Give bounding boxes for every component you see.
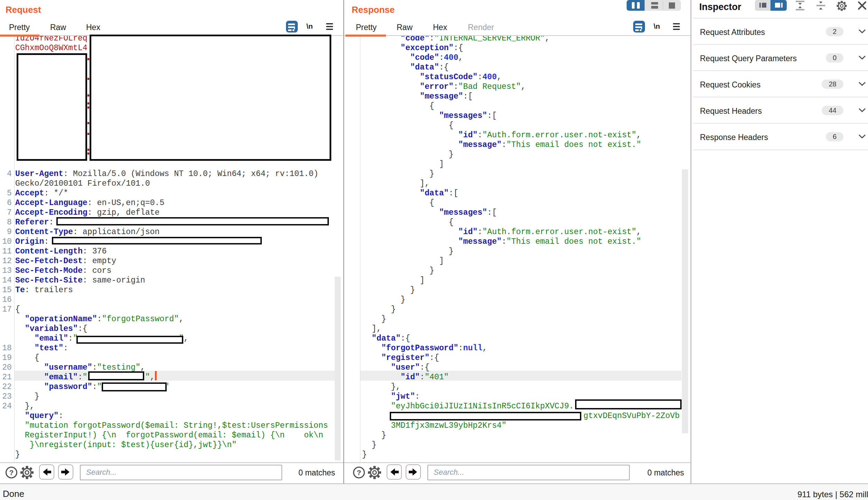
svg-text:?: ? [9,469,14,476]
svg-text:?: ? [357,469,361,476]
